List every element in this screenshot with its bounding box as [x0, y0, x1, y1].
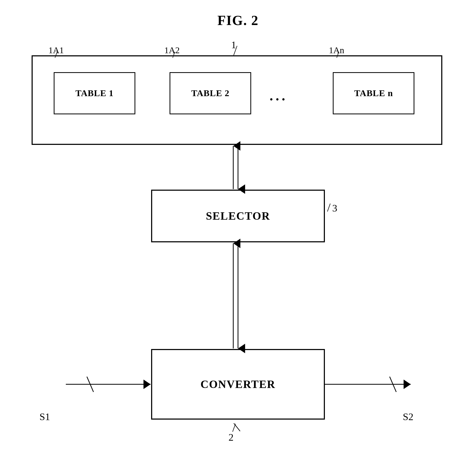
table1-box: TABLE 1	[54, 72, 135, 114]
tick-label3	[327, 204, 331, 212]
label-s1: S1	[39, 411, 50, 422]
table2-box: TABLE 2	[170, 72, 251, 114]
label-1an: 1An	[329, 45, 344, 55]
svg-line-8	[87, 377, 93, 392]
selector-box: SELECTOR	[151, 190, 325, 242]
label-selector: 3	[332, 202, 337, 214]
figure-title: FIG. 2	[217, 13, 259, 28]
converter-box: CONVERTER	[151, 349, 325, 420]
label-s2: S2	[403, 411, 413, 422]
svg-line-10	[390, 377, 396, 392]
tick-label2	[232, 424, 236, 432]
dots: ...	[270, 88, 288, 104]
tablen-box: TABLE n	[333, 72, 414, 114]
label-converter: 2	[229, 431, 234, 443]
block-1: 1A1 TABLE 1 1A2 TABLE 2 ... 1An TABLE n	[32, 55, 442, 145]
label-1a2: 1A2	[164, 45, 180, 55]
